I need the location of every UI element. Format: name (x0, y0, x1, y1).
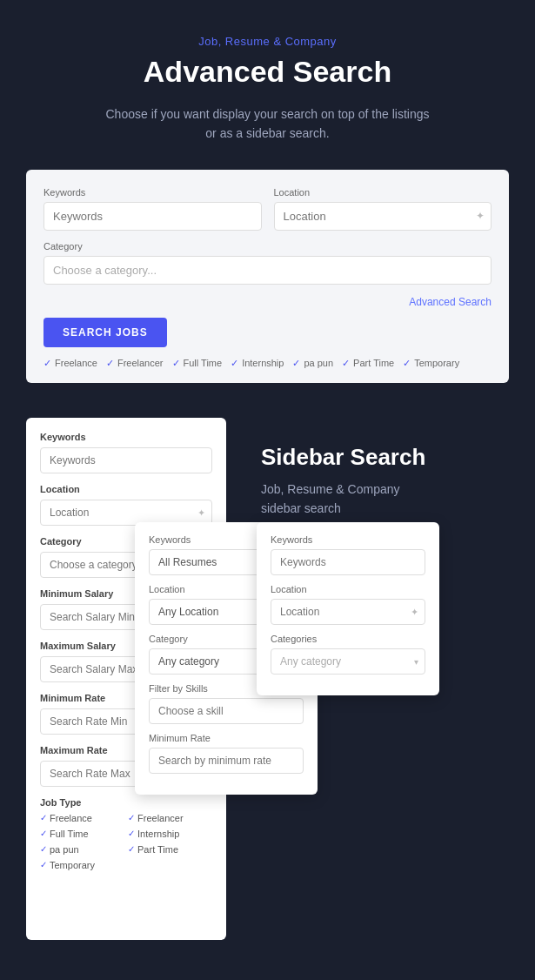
check-icon: ✓ (403, 358, 411, 369)
location-input[interactable] (274, 202, 492, 231)
check-icon: ✓ (342, 358, 350, 369)
header-title: Advanced Search (17, 55, 518, 89)
company-keywords-input[interactable] (271, 549, 425, 575)
job-type-internship: ✓ Internship (231, 358, 284, 369)
resume-minrate-input[interactable] (149, 748, 304, 774)
job-type-freelance: ✓ Freelance (43, 358, 97, 369)
check-icon: ✓ (40, 813, 47, 822)
keywords-field: Keywords (43, 187, 262, 231)
category-row: Category Choose a category... (43, 241, 492, 285)
company-keywords-label: Keywords (271, 534, 425, 545)
check-icon: ✓ (172, 358, 180, 369)
header-section: Job, Resume & Company Advanced Search Ch… (0, 0, 535, 170)
location-icon: ✦ (476, 210, 485, 222)
location-field: Location ✦ (274, 187, 492, 231)
location-icon: ✦ (197, 507, 205, 518)
company-categories-wrap: Any category ▾ (271, 648, 425, 675)
check-icon: ✓ (128, 844, 135, 854)
check-icon: ✓ (128, 829, 135, 838)
location-label: Location (274, 187, 492, 198)
job-type-fulltime: ✓ Full Time (172, 358, 223, 369)
sidebar-job-types: ✓ Freelance ✓ Freelancer ✓ Full Time ✓ I… (40, 813, 212, 870)
sidebar-jt-parttime: ✓ Part Time (128, 844, 211, 855)
job-types-row: ✓ Freelance ✓ Freelancer ✓ Full Time ✓ I… (43, 358, 492, 369)
sidebar-jt-freelancer: ✓ Freelancer (128, 813, 211, 823)
category-select[interactable]: Choose a category... (43, 256, 492, 285)
company-location-label: Location (271, 584, 425, 594)
sidebar-jt-internship: ✓ Internship (128, 829, 211, 839)
header-desc: Choose if you want display your search o… (17, 104, 518, 144)
location-icon: ✦ (411, 606, 418, 617)
check-icon: ✓ (43, 358, 51, 369)
check-icon: ✓ (292, 358, 300, 369)
sidebar-jt-papun: ✓ pa pun (40, 844, 123, 855)
company-card: Keywords Location ✦ Categories Any categ… (257, 522, 439, 695)
resume-skills-input[interactable] (149, 698, 304, 724)
advanced-search-link[interactable]: Advanced Search (409, 296, 492, 308)
job-type-papun: ✓ pa pun (292, 358, 333, 369)
sidebar-title: Sidebar Search (261, 444, 509, 471)
check-icon: ✓ (106, 358, 114, 369)
sidebar-jt-temporary: ✓ Temporary (40, 860, 123, 870)
job-type-freelancer: ✓ Freelancer (106, 358, 164, 369)
category-label: Category (43, 241, 492, 252)
sidebar-jt-fulltime: ✓ Full Time (40, 829, 123, 839)
check-icon: ✓ (128, 813, 135, 822)
check-icon: ✓ (40, 829, 47, 838)
sidebar-jobtype-label: Job Type (40, 797, 212, 808)
main-search-box: Keywords Location ✦ Category Choose a ca… (26, 170, 509, 383)
keywords-label: Keywords (43, 187, 262, 198)
keywords-input[interactable] (43, 202, 262, 231)
job-type-temporary: ✓ Temporary (403, 358, 459, 369)
location-input-wrap: ✦ (274, 202, 492, 231)
check-icon: ✓ (40, 844, 47, 854)
company-location-input[interactable] (271, 599, 425, 625)
job-type-parttime: ✓ Part Time (342, 358, 394, 369)
check-icon: ✓ (40, 860, 47, 869)
resume-minrate-label: Minimum Rate (149, 733, 304, 743)
sidebar-jt-freelance: ✓ Freelance (40, 813, 123, 823)
search-top-row: Keywords Location ✦ (43, 187, 492, 231)
sidebar-desc: Job, Resume & Companysidebar search (261, 480, 509, 519)
company-location-wrap: ✦ (271, 599, 425, 625)
company-categories-label: Categories (271, 634, 425, 644)
overlay-cards: Keywords Location Category Filter by Ski… (135, 522, 318, 795)
sidebar-keywords-input[interactable] (40, 447, 212, 473)
check-icon: ✓ (231, 358, 238, 369)
sidebar-keywords-label: Keywords (40, 432, 212, 442)
sidebar-location-label: Location (40, 484, 212, 494)
advanced-link-row: Advanced Search (43, 293, 492, 309)
search-jobs-button[interactable]: SEARCH JOBS (43, 318, 167, 347)
company-categories-select[interactable]: Any category (271, 648, 425, 675)
header-subtitle: Job, Resume & Company (17, 35, 518, 48)
